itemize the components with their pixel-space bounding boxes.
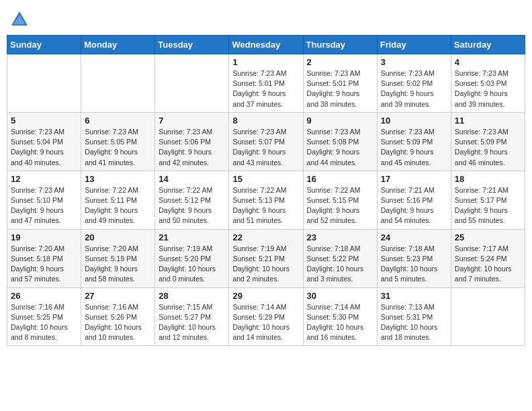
logo [9,9,32,30]
day-info: Sunrise: 7:23 AM Sunset: 5:05 PM Dayligh… [85,127,151,168]
day-number: 20 [85,232,151,242]
day-number: 15 [232,174,299,184]
day-info: Sunrise: 7:14 AM Sunset: 5:30 PM Dayligh… [307,302,373,343]
day-info: Sunrise: 7:22 AM Sunset: 5:13 PM Dayligh… [232,185,299,226]
calendar-cell [451,287,525,346]
calendar-cell: 30Sunrise: 7:14 AM Sunset: 5:30 PM Dayli… [303,287,377,346]
calendar-cell: 14Sunrise: 7:22 AM Sunset: 5:12 PM Dayli… [155,171,229,229]
calendar-cell: 4Sunrise: 7:23 AM Sunset: 5:03 PM Daylig… [451,54,525,113]
weekday-header-friday: Friday [377,36,451,54]
day-number: 2 [307,57,373,67]
day-number: 24 [381,232,447,242]
calendar-cell: 31Sunrise: 7:13 AM Sunset: 5:31 PM Dayli… [377,287,451,346]
day-number: 16 [307,174,373,184]
day-info: Sunrise: 7:21 AM Sunset: 5:17 PM Dayligh… [455,185,521,226]
day-info: Sunrise: 7:19 AM Sunset: 5:21 PM Dayligh… [232,244,299,285]
day-number: 11 [455,116,521,126]
day-number: 1 [232,57,299,67]
calendar-cell: 21Sunrise: 7:19 AM Sunset: 5:20 PM Dayli… [155,229,229,287]
calendar-cell: 18Sunrise: 7:21 AM Sunset: 5:17 PM Dayli… [451,171,525,229]
day-number: 25 [455,232,521,242]
weekday-header-monday: Monday [81,36,155,54]
day-number: 19 [11,232,77,242]
calendar-table: SundayMondayTuesdayWednesdayThursdayFrid… [7,35,525,346]
day-number: 26 [11,291,77,301]
day-info: Sunrise: 7:22 AM Sunset: 5:11 PM Dayligh… [85,185,151,226]
day-number: 18 [455,174,521,184]
calendar-cell: 20Sunrise: 7:20 AM Sunset: 5:19 PM Dayli… [81,229,155,287]
day-number: 3 [381,57,447,67]
calendar-cell [155,54,229,113]
day-info: Sunrise: 7:13 AM Sunset: 5:31 PM Dayligh… [381,302,447,343]
day-info: Sunrise: 7:23 AM Sunset: 5:02 PM Dayligh… [381,68,447,109]
day-number: 5 [11,116,77,126]
page-header [7,7,525,30]
day-number: 22 [232,232,299,242]
day-number: 9 [307,116,373,126]
day-number: 17 [381,174,447,184]
calendar-cell: 12Sunrise: 7:23 AM Sunset: 5:10 PM Dayli… [7,171,81,229]
calendar-cell: 9Sunrise: 7:23 AM Sunset: 5:08 PM Daylig… [303,112,377,171]
calendar-cell: 25Sunrise: 7:17 AM Sunset: 5:24 PM Dayli… [451,229,525,287]
day-info: Sunrise: 7:19 AM Sunset: 5:20 PM Dayligh… [159,244,225,285]
weekday-header-sunday: Sunday [7,36,81,54]
calendar-cell: 26Sunrise: 7:16 AM Sunset: 5:25 PM Dayli… [7,287,81,346]
calendar-cell: 10Sunrise: 7:23 AM Sunset: 5:09 PM Dayli… [377,112,451,171]
day-number: 21 [159,232,225,242]
day-info: Sunrise: 7:22 AM Sunset: 5:12 PM Dayligh… [159,185,225,226]
calendar-cell: 3Sunrise: 7:23 AM Sunset: 5:02 PM Daylig… [377,54,451,113]
day-number: 12 [11,174,77,184]
calendar-cell: 16Sunrise: 7:22 AM Sunset: 5:15 PM Dayli… [303,171,377,229]
day-number: 30 [307,291,373,301]
day-info: Sunrise: 7:20 AM Sunset: 5:19 PM Dayligh… [85,244,151,285]
calendar-cell: 7Sunrise: 7:23 AM Sunset: 5:06 PM Daylig… [155,112,229,171]
calendar-cell: 29Sunrise: 7:14 AM Sunset: 5:29 PM Dayli… [229,287,303,346]
weekday-header-wednesday: Wednesday [229,36,303,54]
calendar-week-row: 26Sunrise: 7:16 AM Sunset: 5:25 PM Dayli… [7,287,525,346]
day-number: 7 [159,116,225,126]
day-number: 14 [159,174,225,184]
calendar-cell: 22Sunrise: 7:19 AM Sunset: 5:21 PM Dayli… [229,229,303,287]
day-info: Sunrise: 7:23 AM Sunset: 5:10 PM Dayligh… [11,185,77,226]
day-info: Sunrise: 7:23 AM Sunset: 5:09 PM Dayligh… [381,127,447,168]
calendar-cell: 13Sunrise: 7:22 AM Sunset: 5:11 PM Dayli… [81,171,155,229]
calendar-cell: 15Sunrise: 7:22 AM Sunset: 5:13 PM Dayli… [229,171,303,229]
calendar-cell: 19Sunrise: 7:20 AM Sunset: 5:18 PM Dayli… [7,229,81,287]
day-info: Sunrise: 7:18 AM Sunset: 5:23 PM Dayligh… [381,244,447,285]
day-number: 28 [159,291,225,301]
day-info: Sunrise: 7:23 AM Sunset: 5:07 PM Dayligh… [232,127,299,168]
day-number: 13 [85,174,151,184]
day-info: Sunrise: 7:17 AM Sunset: 5:24 PM Dayligh… [455,244,521,285]
day-info: Sunrise: 7:16 AM Sunset: 5:26 PM Dayligh… [85,302,151,343]
calendar-week-row: 19Sunrise: 7:20 AM Sunset: 5:18 PM Dayli… [7,229,525,287]
day-info: Sunrise: 7:15 AM Sunset: 5:27 PM Dayligh… [159,302,225,343]
weekday-header-tuesday: Tuesday [155,36,229,54]
logo-icon [9,9,30,30]
calendar-cell: 23Sunrise: 7:18 AM Sunset: 5:22 PM Dayli… [303,229,377,287]
day-info: Sunrise: 7:20 AM Sunset: 5:18 PM Dayligh… [11,244,77,285]
calendar-week-row: 5Sunrise: 7:23 AM Sunset: 5:04 PM Daylig… [7,112,525,171]
day-info: Sunrise: 7:16 AM Sunset: 5:25 PM Dayligh… [11,302,77,343]
day-info: Sunrise: 7:23 AM Sunset: 5:04 PM Dayligh… [11,127,77,168]
day-number: 4 [455,57,521,67]
day-info: Sunrise: 7:23 AM Sunset: 5:03 PM Dayligh… [455,68,521,109]
calendar-week-row: 1Sunrise: 7:23 AM Sunset: 5:01 PM Daylig… [7,54,525,113]
day-info: Sunrise: 7:23 AM Sunset: 5:06 PM Dayligh… [159,127,225,168]
day-info: Sunrise: 7:23 AM Sunset: 5:08 PM Dayligh… [307,127,373,168]
calendar-cell [7,54,81,113]
calendar-cell: 1Sunrise: 7:23 AM Sunset: 5:01 PM Daylig… [229,54,303,113]
calendar-cell: 6Sunrise: 7:23 AM Sunset: 5:05 PM Daylig… [81,112,155,171]
weekday-header-thursday: Thursday [303,36,377,54]
calendar-cell [81,54,155,113]
calendar-cell: 28Sunrise: 7:15 AM Sunset: 5:27 PM Dayli… [155,287,229,346]
day-number: 6 [85,116,151,126]
weekday-header-saturday: Saturday [451,36,525,54]
day-number: 8 [232,116,299,126]
day-info: Sunrise: 7:18 AM Sunset: 5:22 PM Dayligh… [307,244,373,285]
day-info: Sunrise: 7:21 AM Sunset: 5:16 PM Dayligh… [381,185,447,226]
day-info: Sunrise: 7:23 AM Sunset: 5:01 PM Dayligh… [307,68,373,109]
calendar-cell: 2Sunrise: 7:23 AM Sunset: 5:01 PM Daylig… [303,54,377,113]
weekday-header-row: SundayMondayTuesdayWednesdayThursdayFrid… [7,36,525,54]
calendar-cell: 24Sunrise: 7:18 AM Sunset: 5:23 PM Dayli… [377,229,451,287]
day-info: Sunrise: 7:14 AM Sunset: 5:29 PM Dayligh… [232,302,299,343]
